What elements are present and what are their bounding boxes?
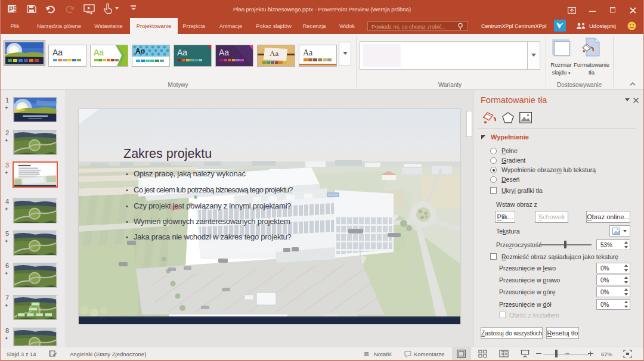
svg-text:Aa: Aa	[303, 48, 313, 57]
svg-text:Aa: Aa	[52, 48, 63, 57]
svg-text:Aa: Aa	[177, 48, 187, 57]
svg-text:Aa: Aa	[270, 49, 278, 58]
svg-text:Aa: Aa	[219, 48, 229, 57]
svg-text:Ao: Ao	[135, 47, 145, 55]
svg-text:Aa: Aa	[94, 48, 104, 57]
